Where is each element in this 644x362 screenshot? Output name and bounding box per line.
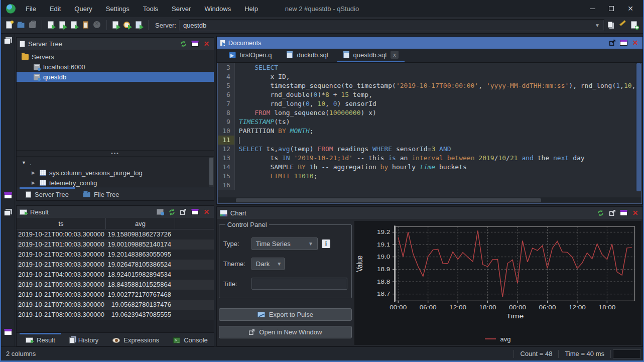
chart-theme-select[interactable]: Dark ▼ (251, 258, 285, 270)
add-server-icon (635, 26, 639, 30)
maximize-button[interactable] (604, 3, 619, 14)
popout-icon (609, 209, 616, 216)
send-query-button[interactable] (111, 21, 120, 30)
open-file-button[interactable] (17, 21, 26, 30)
table-row[interactable]: 2019-10-21T05:00:03.30000018.84358810152… (17, 280, 214, 290)
menu-tools[interactable]: Tools (143, 5, 158, 13)
close-tab-button[interactable]: x (391, 51, 399, 59)
tree-splitter-handle[interactable]: ••• (17, 150, 214, 156)
maximize-panel-button[interactable] (191, 40, 199, 48)
maximize-panel-button[interactable] (619, 39, 628, 47)
chart-title-input[interactable] (251, 278, 347, 290)
chevron-collapsed-icon[interactable]: ▶ (32, 170, 37, 175)
tree-node-table[interactable]: ▶telemetry_config (17, 178, 214, 187)
editor-horizontal-scrollbar[interactable] (218, 197, 641, 203)
tab-questdb-sql[interactable]: questdb.sql x (337, 49, 405, 62)
refresh-result-button[interactable] (168, 208, 176, 216)
line-code: LIMIT 11010; (235, 172, 318, 181)
line-number: 9 (218, 117, 235, 127)
tree-node-db-root[interactable]: ▼ . (17, 158, 214, 168)
menu-file[interactable]: File (26, 5, 36, 13)
menu-settings[interactable]: Settings (106, 5, 130, 13)
tree-node-servers[interactable]: Servers (17, 52, 214, 62)
menu-query[interactable]: Query (74, 5, 92, 13)
restore-panels-icon[interactable] (4, 39, 11, 44)
run-script-button[interactable] (135, 21, 144, 30)
table-row[interactable]: 2019-10-21T00:00:03.30000019.15809818627… (17, 229, 214, 239)
table-row[interactable]: 2019-10-21T04:00:03.30000018.92401598289… (17, 270, 214, 280)
chart-type-select[interactable]: Time Series ▼ (251, 237, 318, 250)
stop-query-button[interactable] (93, 21, 102, 30)
export-to-pulse-button[interactable]: Export to Pulse (219, 308, 352, 321)
open-in-new-window-button[interactable]: Open in New Window (219, 326, 352, 338)
column-header-avg[interactable]: avg (106, 218, 175, 229)
save-button[interactable] (28, 21, 37, 30)
run-query-button[interactable] (47, 21, 56, 30)
tab-result[interactable]: Result (20, 333, 61, 346)
tab-history[interactable]: History (63, 333, 104, 346)
minimized-panel-icon[interactable] (4, 329, 12, 335)
qstudio-window: FileEditQuerySettingsToolsServerWindowsH… (0, 0, 644, 362)
table-row[interactable]: 2019-10-21T03:00:03.30000019.02647810538… (17, 260, 214, 270)
refresh-chart-button[interactable] (596, 209, 605, 217)
tab-file-tree[interactable]: File Tree (77, 187, 125, 200)
chevron-collapsed-icon[interactable]: ▶ (32, 180, 37, 185)
paste-run-button[interactable] (81, 21, 90, 30)
tree-scrollbar[interactable] (209, 157, 214, 187)
tree-node-table[interactable]: ▶sys.column_versions_purge_log (17, 168, 214, 178)
server-combo[interactable]: questdb ▼ (179, 19, 604, 31)
sql-file-icon (343, 51, 349, 58)
refresh-icon (180, 40, 187, 48)
table-row[interactable]: 2019-10-21T01:00:03.30000019.00109885214… (17, 239, 214, 250)
menu-edit[interactable]: Edit (50, 5, 61, 13)
edit-server-button[interactable] (618, 21, 627, 30)
tree-node-server-selected[interactable]: questdb (17, 72, 214, 82)
maximize-panel-button[interactable] (191, 208, 199, 216)
tab-expressions[interactable]: Expressions (106, 333, 165, 346)
q-file-icon (229, 52, 236, 58)
column-header-ts[interactable]: ts (17, 218, 106, 229)
tree-node-label: . (30, 159, 32, 167)
new-file-button[interactable] (5, 21, 14, 30)
info-icon[interactable]: i (322, 239, 330, 248)
tree-node-server[interactable]: localhost:6000 (17, 62, 214, 72)
code-editor[interactable]: 3 SELECT4 x ID,5 timestamp_sequence(to_t… (218, 63, 641, 197)
menu-server[interactable]: Server (172, 5, 191, 13)
chevron-expanded-icon[interactable]: ▼ (22, 160, 27, 165)
tab-server-tree[interactable]: Server Tree (20, 187, 75, 200)
minimized-panel-icon[interactable] (4, 192, 12, 199)
menu-help[interactable]: Help (244, 5, 258, 13)
table-row[interactable]: 2019-10-21T06:00:03.30000019.00277217076… (17, 290, 214, 300)
table-row[interactable]: 2019-10-21T07:00:03.30000019.05682780137… (17, 300, 214, 310)
close-button[interactable]: ✕ (623, 3, 638, 14)
editor-vertical-scrollbar[interactable] (635, 63, 641, 191)
minimize-icon (590, 9, 595, 9)
popout-documents-button[interactable] (608, 39, 616, 47)
run-selection-button[interactable] (70, 21, 79, 30)
line-code: FROM long_sequence(10000000) x) (235, 108, 376, 117)
table-row[interactable]: 2019-10-21T08:00:03.30000019.06239437085… (17, 310, 214, 320)
copy-server-button[interactable] (607, 21, 616, 30)
close-panel-button[interactable]: ✕ (202, 208, 211, 216)
watch-query-button[interactable] (123, 21, 132, 30)
editor-line: 12SELECT ts,avg(temp) FROM readings WHER… (218, 145, 641, 154)
close-panel-button[interactable]: ✕ (631, 39, 639, 47)
restore-panels-icon[interactable] (4, 210, 11, 216)
table-row[interactable]: 2019-10-21T02:00:03.30000019.20148386305… (17, 250, 214, 260)
minimize-button[interactable] (585, 3, 600, 14)
cell-ts: 2019-10-21T08:00:03.300000 (17, 310, 106, 320)
maximize-panel-button[interactable] (619, 209, 628, 217)
tab-firstopen-q[interactable]: firstOpen.q (223, 49, 278, 62)
tab-console[interactable]: >_ Console (167, 333, 214, 346)
popout-chart-button[interactable] (608, 209, 616, 217)
close-panel-button[interactable]: ✕ (202, 40, 211, 48)
popout-result-button[interactable] (179, 208, 188, 216)
menu-bar: FileEditQuerySettingsToolsServerWindowsH… (26, 5, 258, 13)
close-panel-button[interactable]: ✕ (631, 209, 639, 217)
export-result-button[interactable] (156, 208, 165, 216)
tab-duckdb-sql[interactable]: duckdb.sql (281, 49, 334, 62)
refresh-button[interactable] (179, 40, 188, 48)
run-line-button[interactable] (58, 21, 67, 30)
menu-windows[interactable]: Windows (204, 5, 231, 13)
add-server-button[interactable] (630, 21, 639, 30)
